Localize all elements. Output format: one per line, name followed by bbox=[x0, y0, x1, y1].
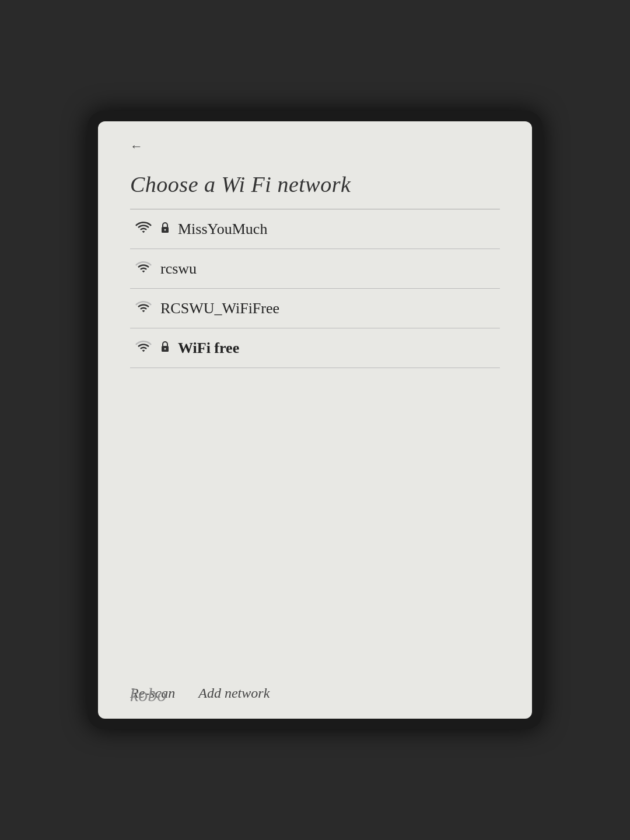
network-item[interactable]: rcswu bbox=[130, 249, 500, 289]
kobo-logo: kobo bbox=[130, 684, 166, 706]
wifi-icon bbox=[135, 300, 152, 317]
wifi-icon bbox=[135, 340, 152, 356]
lock-icon bbox=[160, 341, 170, 355]
lock-icon bbox=[160, 222, 170, 236]
screen-content: ← Choose a Wi Fi network MissYouMuch rcs… bbox=[98, 121, 532, 674]
network-list: MissYouMuch rcswu RCSWU_WiFiFree WiFi fr… bbox=[130, 209, 500, 662]
back-button[interactable]: ← bbox=[130, 139, 143, 154]
network-item[interactable]: RCSWU_WiFiFree bbox=[130, 289, 500, 328]
network-name: RCSWU_WiFiFree bbox=[160, 300, 279, 317]
add-network-button[interactable]: Add network bbox=[198, 685, 270, 701]
svg-point-3 bbox=[164, 348, 166, 350]
device-screen: ← Choose a Wi Fi network MissYouMuch rcs… bbox=[98, 121, 532, 719]
network-name: WiFi free bbox=[178, 340, 239, 357]
wifi-icon bbox=[135, 221, 152, 237]
device-frame: ← Choose a Wi Fi network MissYouMuch rcs… bbox=[88, 111, 542, 729]
svg-point-1 bbox=[164, 229, 166, 231]
network-name: MissYouMuch bbox=[178, 220, 267, 238]
wifi-icon bbox=[135, 261, 152, 277]
network-item[interactable]: MissYouMuch bbox=[130, 209, 500, 249]
page-title: Choose a Wi Fi network bbox=[130, 172, 500, 197]
network-name: rcswu bbox=[160, 260, 197, 278]
network-item[interactable]: WiFi free bbox=[130, 328, 500, 368]
